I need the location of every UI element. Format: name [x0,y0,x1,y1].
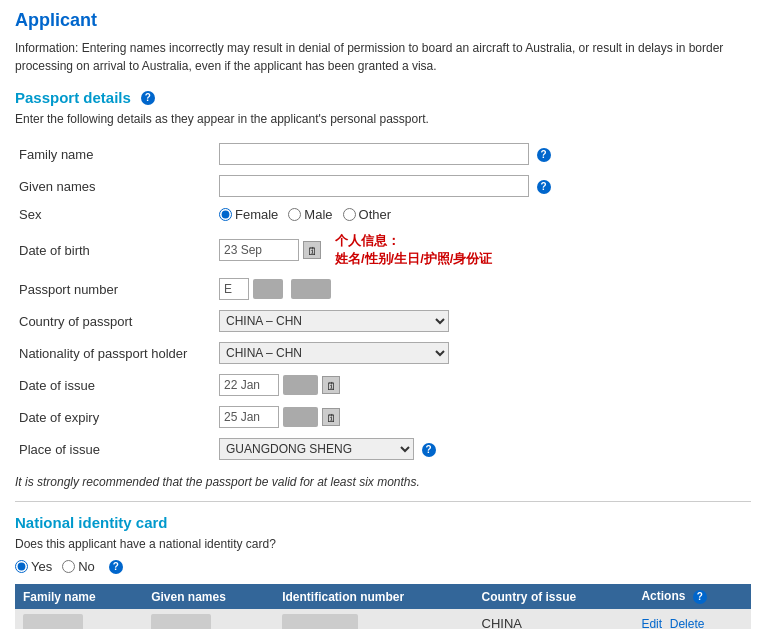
given-names-input[interactable] [219,175,529,197]
dob-row: Date of birth 23 Sep 🗓 个人信息：姓名/性别/生日/护照/… [15,227,751,273]
country-passport-row: Country of passport CHINA – CHN [15,305,751,337]
country-passport-field: CHINA – CHN [215,305,751,337]
doe-year-masked [283,407,318,427]
nationality-select[interactable]: CHINA – CHN [219,342,449,364]
dob-label: Date of birth [15,227,215,273]
sex-row: Sex Female Male Other [15,202,751,227]
col-family-name: Family name [15,584,143,609]
id-given-names-blurred: ████ [151,614,211,629]
given-names-row: Given names ? [15,170,751,202]
doe-row: Date of expiry 🗓 [15,401,751,433]
nationality-field: CHINA – CHN [215,337,751,369]
doi-input[interactable] [219,374,279,396]
sex-radio-group: Female Male Other [219,207,747,222]
yes-no-group: Yes No ? [15,559,751,574]
col-id-number: Identification number [274,584,473,609]
passport-number-inputs [219,278,747,300]
id-family-name-blurred: ████ [23,614,83,629]
national-id-section: National identity card Does this applica… [15,514,751,629]
family-name-row: Family name ? [15,138,751,170]
sex-female-label[interactable]: Female [219,207,278,222]
country-passport-label: Country of passport [15,305,215,337]
col-actions: Actions ? [633,584,751,609]
sex-female-radio[interactable] [219,208,232,221]
given-names-label: Given names [15,170,215,202]
col-country-issue: Country of issue [474,584,634,609]
page-title: Applicant [15,10,751,31]
family-name-field: ? [215,138,751,170]
dob-date-field: 23 Sep 🗓 个人信息：姓名/性别/生日/护照/身份证 [219,232,747,268]
passport-masked-part [253,279,283,299]
sex-other-radio[interactable] [343,208,356,221]
poi-help-icon[interactable]: ? [422,443,436,457]
passport-number-row: Passport number [15,273,751,305]
yes-label[interactable]: Yes [15,559,52,574]
doi-year-masked [283,375,318,395]
passport-form-table: Family name ? Given names ? Sex Female [15,138,751,465]
id-actions-cell: Edit Delete [633,609,751,629]
id-table-body: ████ ████ ████████ CHINA Edit Delete [15,609,751,629]
national-id-help-icon[interactable]: ? [109,560,123,574]
sex-other-label[interactable]: Other [343,207,392,222]
national-id-desc: Does this applicant have a national iden… [15,537,751,551]
chinese-note: 个人信息：姓名/性别/生日/护照/身份证 [335,232,492,268]
poi-row: Place of issue GUANGDONG SHENG ? [15,433,751,465]
doe-label: Date of expiry [15,401,215,433]
passport-number-label: Passport number [15,273,215,305]
poi-label: Place of issue [15,433,215,465]
doi-row: Date of issue 🗓 [15,369,751,401]
nationality-row: Nationality of passport holder CHINA – C… [15,337,751,369]
sex-label: Sex [15,202,215,227]
actions-help-icon[interactable]: ? [693,590,707,604]
national-id-title: National identity card [15,514,751,531]
id-country-cell: CHINA [474,609,634,629]
family-name-label: Family name [15,138,215,170]
col-given-names: Given names [143,584,274,609]
given-names-help-icon[interactable]: ? [537,180,551,194]
dob-calendar-icon[interactable]: 🗓 [303,241,321,259]
valid-note: It is strongly recommended that the pass… [15,475,751,489]
passport-section-desc: Enter the following details as they appe… [15,112,751,126]
doi-field: 🗓 [215,369,751,401]
doi-calendar-icon[interactable]: 🗓 [322,376,340,394]
passport-section-title: Passport details ? [15,89,751,106]
country-passport-select[interactable]: CHINA – CHN [219,310,449,332]
passport-prefix-input[interactable] [219,278,249,300]
doe-date-field: 🗓 [219,406,747,428]
doe-input[interactable] [219,406,279,428]
id-given-names-cell: ████ [143,609,274,629]
given-names-field: ? [215,170,751,202]
nationality-label: Nationality of passport holder [15,337,215,369]
doe-calendar-icon[interactable]: 🗓 [322,408,340,426]
doi-date-field: 🗓 [219,374,747,396]
dob-input[interactable]: 23 Sep [219,239,299,261]
id-table-header: Family name Given names Identification n… [15,584,751,609]
id-number-blurred: ████████ [282,614,358,629]
poi-field: GUANGDONG SHENG ? [215,433,751,465]
dob-field: 23 Sep 🗓 个人信息：姓名/性别/生日/护照/身份证 [215,227,751,273]
edit-link[interactable]: Edit [641,617,662,630]
passport-title-help-icon[interactable]: ? [141,91,155,105]
national-id-table: Family name Given names Identification n… [15,584,751,629]
passport-number-field [215,273,751,305]
delete-link[interactable]: Delete [670,617,705,630]
id-family-name-cell: ████ [15,609,143,629]
sex-male-radio[interactable] [288,208,301,221]
doe-field: 🗓 [215,401,751,433]
table-row: ████ ████ ████████ CHINA Edit Delete [15,609,751,629]
family-name-input[interactable] [219,143,529,165]
section-divider [15,501,751,502]
passport-section: Passport details ? Enter the following d… [15,89,751,489]
id-table-header-row: Family name Given names Identification n… [15,584,751,609]
family-name-help-icon[interactable]: ? [537,148,551,162]
no-label[interactable]: No [62,559,95,574]
no-radio[interactable] [62,560,75,573]
id-number-cell: ████████ [274,609,473,629]
poi-select[interactable]: GUANGDONG SHENG [219,438,414,460]
yes-radio[interactable] [15,560,28,573]
sex-male-label[interactable]: Male [288,207,332,222]
passport-masked-part2 [291,279,331,299]
doi-label: Date of issue [15,369,215,401]
info-box: Information: Entering names incorrectly … [15,39,751,75]
sex-field: Female Male Other [215,202,751,227]
